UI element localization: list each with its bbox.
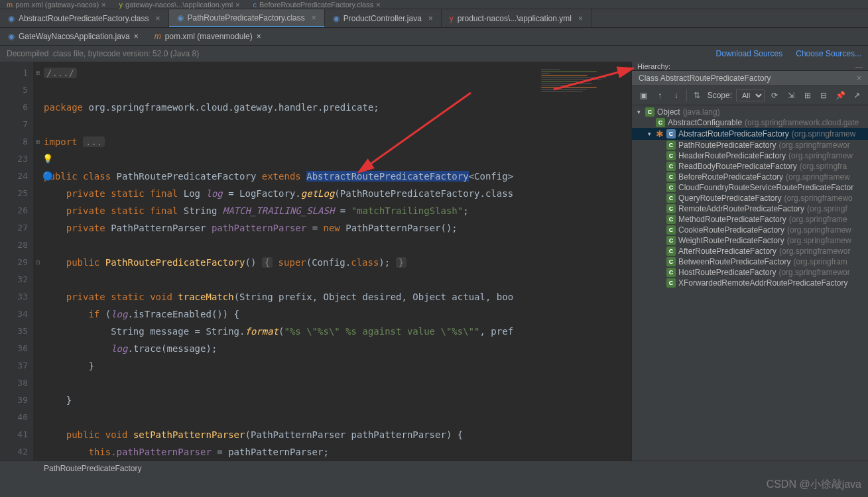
- close-icon[interactable]: ×: [578, 14, 583, 23]
- tree-node[interactable]: CMethodRoutePredicateFactory (org.spring…: [632, 214, 868, 225]
- tree-node[interactable]: CAfterRoutePredicateFactory (org.springf…: [632, 246, 868, 256]
- tree-node[interactable]: CReadBodyRoutePredicateFactory (org.spri…: [632, 161, 868, 172]
- editor-tabs: ◉AbstractRoutePredicateFactory.class× ◉P…: [0, 9, 868, 27]
- tab-product-controller[interactable]: ◉ProductController.java×: [325, 9, 442, 27]
- close-icon[interactable]: ×: [857, 74, 861, 83]
- pin-tab-icon[interactable]: 📌: [834, 89, 847, 102]
- tree-node[interactable]: CQueryRoutePredicateFactory (org.springf…: [632, 193, 868, 203]
- close-icon[interactable]: ×: [428, 14, 433, 23]
- sort-icon[interactable]: ⇅: [691, 89, 704, 102]
- tree-node[interactable]: ▾CObject (java.lang): [632, 107, 868, 117]
- watermark: CSDN @小徐敲java: [767, 478, 861, 492]
- info-bar: Decompiled .class file, bytecode version…: [0, 45, 868, 62]
- hierarchy-tree[interactable]: ▾CObject (java.lang)CAbstractConfigurabl…: [632, 105, 868, 461]
- close-icon[interactable]: ×: [257, 32, 261, 41]
- hierarchy-toolbar: ▣ ↑ ↓ ⇅ Scope: All ⟳ ⇲ ⊞ ⊟ 📌 ↗: [632, 86, 868, 105]
- gutter: 1⊞ 5 6 7 8⊞ 23💡 24🔵 25 26 27 28 29⊟ 32 3…: [0, 62, 33, 461]
- refresh-icon[interactable]: ⟳: [769, 89, 781, 102]
- hierarchy-tab[interactable]: Class AbstractRoutePredicateFactory ×: [632, 71, 868, 86]
- code-editor[interactable]: 1⊞ 5 6 7 8⊞ 23💡 24🔵 25 26 27 28 29⊟ 32 3…: [0, 62, 631, 461]
- tree-node[interactable]: CHeaderRoutePredicateFactory (org.spring…: [632, 150, 868, 161]
- bg-tab[interactable]: mpom.xml (gateway-nacos)×: [0, 1, 113, 9]
- choose-sources-link[interactable]: Choose Sources...: [796, 49, 861, 58]
- tree-node[interactable]: CHostRoutePredicateFactory (org.springfr…: [632, 267, 868, 278]
- pin-icon[interactable]: —: [855, 62, 863, 70]
- sub-tab-gateway-app[interactable]: ◉GateWayNacosApplication.java×: [0, 28, 147, 45]
- breadcrumb[interactable]: PathRoutePredicateFactory: [44, 464, 141, 473]
- status-bar: PathRoutePredicateFactory: [0, 461, 868, 497]
- close-icon[interactable]: ×: [156, 14, 160, 23]
- tree-node[interactable]: CCookieRoutePredicateFactory (org.spring…: [632, 225, 868, 235]
- tree-node[interactable]: ▾✱CAbstractRoutePredicateFactory (org.sp…: [632, 128, 868, 140]
- tree-node[interactable]: CCloudFoundryRouteServiceRoutePredicateF…: [632, 182, 868, 193]
- subtypes-icon[interactable]: ↓: [670, 89, 682, 102]
- tree-node[interactable]: CPathRoutePredicateFactory (org.springfr…: [632, 140, 868, 150]
- hierarchy-panel: Hierarchy: — Class AbstractRoutePredicat…: [631, 62, 868, 461]
- close-icon[interactable]: ×: [312, 13, 316, 23]
- hierarchy-header: Hierarchy: —: [632, 62, 868, 71]
- background-tabs-row: mpom.xml (gateway-nacos)× ygateway-nacos…: [0, 0, 868, 9]
- tab-application-yml[interactable]: yproduct-nacos\...\application.yml×: [442, 9, 591, 27]
- tree-node[interactable]: CAbstractConfigurable (org.springframewo…: [632, 117, 868, 128]
- bg-tab[interactable]: ygateway-nacos\...\application.yml×: [113, 1, 247, 9]
- bg-tab[interactable]: cBeforeRoutePredicateFactory.class×: [247, 1, 387, 9]
- class-icon[interactable]: 🔵: [42, 168, 53, 185]
- tree-node[interactable]: CBeforeRoutePredicateFactory (org.spring…: [632, 172, 868, 182]
- supertypes-icon[interactable]: ↑: [654, 89, 666, 102]
- tree-node[interactable]: CBetweenRoutePredicateFactory (org.sprin…: [632, 256, 868, 267]
- class-hierarchy-icon[interactable]: ▣: [637, 89, 650, 102]
- minimap[interactable]: [538, 62, 631, 461]
- sub-tabs: ◉GateWayNacosApplication.java× mpom.xml …: [0, 27, 868, 45]
- tab-path-factory[interactable]: ◉PathRoutePredicateFactory.class×: [169, 9, 325, 27]
- scope-select[interactable]: All: [736, 89, 765, 101]
- collapse-icon[interactable]: ⊟: [818, 89, 830, 102]
- decompile-info: Decompiled .class file, bytecode version…: [7, 49, 199, 58]
- tab-abstract-factory[interactable]: ◉AbstractRoutePredicateFactory.class×: [0, 9, 169, 27]
- tree-node[interactable]: CWeightRoutePredicateFactory (org.spring…: [632, 235, 868, 246]
- lightbulb-icon[interactable]: 💡: [42, 150, 53, 168]
- expand-icon[interactable]: ⊞: [801, 89, 814, 102]
- export-icon[interactable]: ↗: [850, 89, 863, 102]
- sub-tab-pom[interactable]: mpom.xml (mavenmodule)×: [147, 28, 269, 45]
- close-icon[interactable]: ×: [134, 32, 139, 41]
- tree-node[interactable]: CXForwardedRemoteAddrRoutePredicateFacto…: [632, 278, 868, 288]
- tree-node[interactable]: CRemoteAddrRoutePredicateFactory (org.sp…: [632, 203, 868, 214]
- download-sources-link[interactable]: Download Sources: [716, 49, 783, 58]
- autoscroll-icon[interactable]: ⇲: [785, 89, 798, 102]
